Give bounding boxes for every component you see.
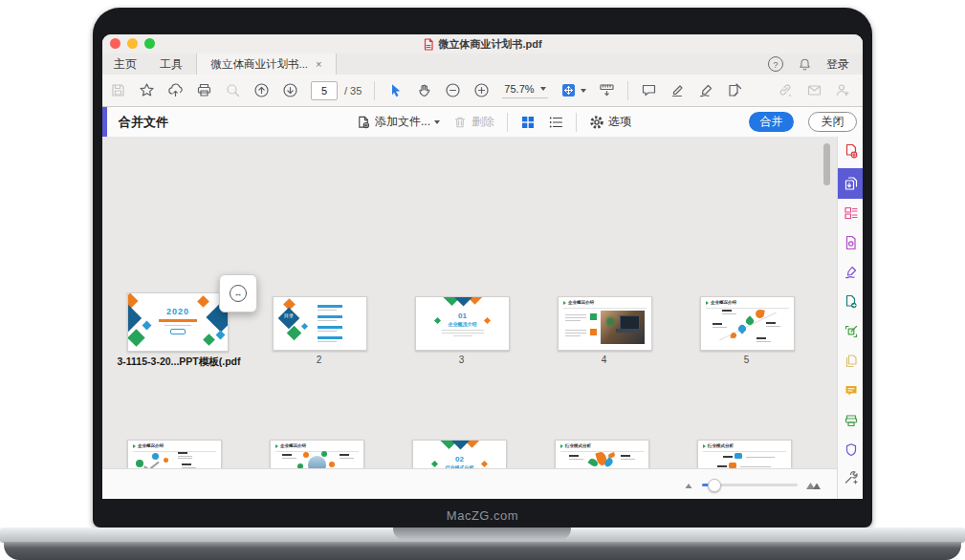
sidebar-tool-protect[interactable] xyxy=(843,442,860,459)
delete-button[interactable]: 删除 xyxy=(452,114,494,130)
sidebar-tool-scan-ocr[interactable] xyxy=(843,412,860,429)
thumbnail-card-8[interactable]: 02 行业模式分析 xyxy=(412,440,507,468)
thumbnail-card-5[interactable]: 企业概况介绍 xyxy=(700,296,795,351)
document-tab-label: 微立体商业计划书... xyxy=(210,57,308,72)
sidebar-tool-pages[interactable] xyxy=(843,353,860,370)
zoom-level-select[interactable]: 75.7% xyxy=(502,83,547,98)
thumbnail-card-10[interactable]: 行业模式分析 xyxy=(697,440,792,468)
notifications-bell-icon[interactable] xyxy=(798,57,812,72)
thumbnail-card-1[interactable]: 2020 xyxy=(127,292,229,352)
toolbar-divider xyxy=(576,113,577,132)
toolbar-divider xyxy=(627,81,628,100)
help-icon[interactable]: ? xyxy=(768,56,783,72)
select-cursor-icon[interactable] xyxy=(387,82,404,98)
slide-header-text: 行业模式分析 xyxy=(708,443,734,448)
sidebar-tool-more-tools[interactable] xyxy=(843,469,860,486)
sidebar-tool-create-pdf[interactable] xyxy=(843,142,860,160)
star-favorite-icon[interactable] xyxy=(139,82,155,98)
page-total-label: / 35 xyxy=(344,85,362,97)
sidebar-tool-comment[interactable] xyxy=(843,382,860,399)
tabbar-right-group: ? 登录 xyxy=(768,54,849,75)
thumbnail-card-3[interactable]: 01 企业概况介绍 xyxy=(415,296,510,351)
create-pdf-icon xyxy=(844,143,859,159)
slide-section-number: 01 xyxy=(416,312,509,320)
sidebar-tool-export-pdf[interactable] xyxy=(843,293,860,311)
print-icon[interactable] xyxy=(196,82,212,98)
zoom-in-icon[interactable] xyxy=(473,82,490,98)
toolbar-divider xyxy=(374,81,375,100)
edit-pdf-icon xyxy=(844,324,859,339)
tab-bar: 主页 工具 微立体商业计划书... × ? 登录 xyxy=(102,54,863,75)
previous-page-icon[interactable] xyxy=(253,82,270,98)
convert-pdf-icon xyxy=(844,235,859,250)
thumbnail-filename: 3-1115-3-20...PPT模板(.pdf xyxy=(102,355,255,369)
tab-close-icon[interactable]: × xyxy=(316,58,321,70)
slide-header-text: 行业模式分析 xyxy=(565,443,591,448)
close-button[interactable]: 关闭 xyxy=(808,112,857,132)
slide-title-text: 2020 xyxy=(153,307,203,316)
menu-home[interactable]: 主页 xyxy=(102,54,148,75)
thumbnail-page-number: 2 xyxy=(273,355,365,365)
sidebar-tool-edit-pdf[interactable] xyxy=(843,323,860,340)
thumbnail-card-4[interactable]: 企业概况介绍 xyxy=(558,296,652,351)
add-files-button[interactable]: 添加文件... xyxy=(356,114,440,130)
large-thumbnails-icon[interactable] xyxy=(805,479,822,490)
zoom-out-icon[interactable] xyxy=(445,82,461,98)
slider-track[interactable] xyxy=(702,484,798,486)
sidebar-tool-combine-files[interactable] xyxy=(843,175,860,192)
expand-horizontal-icon[interactable]: ↔ xyxy=(230,285,247,302)
main-toolbar: 5 / 35 75.7% xyxy=(102,75,863,107)
chevron-down-icon xyxy=(434,120,440,124)
highlight-icon[interactable] xyxy=(669,82,686,98)
tools-sidebar xyxy=(837,137,863,499)
grid-view-icon[interactable] xyxy=(520,115,536,130)
toolbar-divider xyxy=(507,113,508,132)
sidebar-tool-convert-pdf[interactable] xyxy=(843,234,860,251)
search-icon[interactable] xyxy=(225,82,241,98)
sidebar-tool-organize-pages[interactable] xyxy=(843,205,860,222)
menu-tools[interactable]: 工具 xyxy=(148,54,194,75)
organize-pages-icon xyxy=(844,205,859,221)
trash-icon xyxy=(452,115,468,130)
sign-icon[interactable] xyxy=(698,82,714,98)
laptop-bezel: MacZG.com 微立体商业计划书.pdf 主页 工具 xyxy=(93,8,872,528)
upload-cloud-icon[interactable] xyxy=(167,82,184,98)
app-window: 微立体商业计划书.pdf 主页 工具 微立体商业计划书... × ? 登录 xyxy=(102,34,863,499)
list-view-icon[interactable] xyxy=(548,115,563,130)
page-display-mode-button[interactable] xyxy=(560,82,586,98)
comment-icon[interactable] xyxy=(641,82,657,98)
small-thumbnails-icon[interactable] xyxy=(684,480,694,489)
thumbnail-card-2[interactable]: 目录 xyxy=(273,296,367,351)
protect-shield-icon xyxy=(844,442,859,458)
thumbnail-page-number: 4 xyxy=(558,355,650,365)
share-link-icon[interactable] xyxy=(778,82,794,98)
scan-ocr-icon xyxy=(844,413,859,428)
screenshot-root: MacZG.com 微立体商业计划书.pdf 主页 工具 xyxy=(0,0,965,560)
gear-icon xyxy=(589,115,604,130)
pages-icon xyxy=(844,354,859,369)
sidebar-tool-fill-sign[interactable] xyxy=(843,264,860,281)
thumbnail-card-7[interactable]: 企业概况介绍 xyxy=(270,440,364,468)
document-tab[interactable]: 微立体商业计划书... × xyxy=(196,54,337,75)
login-button[interactable]: 登录 xyxy=(826,56,849,73)
wrench-plus-icon xyxy=(844,470,859,485)
save-icon[interactable] xyxy=(110,82,126,98)
stamp-icon[interactable] xyxy=(727,82,743,98)
panel-title: 合并文件 xyxy=(119,107,168,137)
thumbnail-hover-popup[interactable]: ↔ xyxy=(219,274,257,312)
thumbnail-card-9[interactable]: 行业模式分析 xyxy=(555,440,649,468)
thumbnail-card-6[interactable]: 企业概况介绍 xyxy=(127,440,222,468)
add-user-icon[interactable] xyxy=(835,82,851,98)
scrolling-mode-icon xyxy=(560,82,577,98)
combine-files-toolbar: 合并文件 添加文件... 删除 xyxy=(102,107,863,138)
merge-button[interactable]: 合并 xyxy=(749,112,794,132)
email-icon[interactable] xyxy=(806,82,822,98)
pdf-file-icon xyxy=(423,38,434,51)
measure-tool-icon[interactable] xyxy=(599,82,615,98)
page-number-input[interactable]: 5 xyxy=(311,81,338,100)
next-page-icon[interactable] xyxy=(282,82,298,98)
vertical-scrollbar-thumb[interactable] xyxy=(823,143,830,185)
slider-knob[interactable] xyxy=(708,479,721,492)
options-button[interactable]: 选项 xyxy=(589,114,631,130)
hand-tool-icon[interactable] xyxy=(416,82,432,98)
